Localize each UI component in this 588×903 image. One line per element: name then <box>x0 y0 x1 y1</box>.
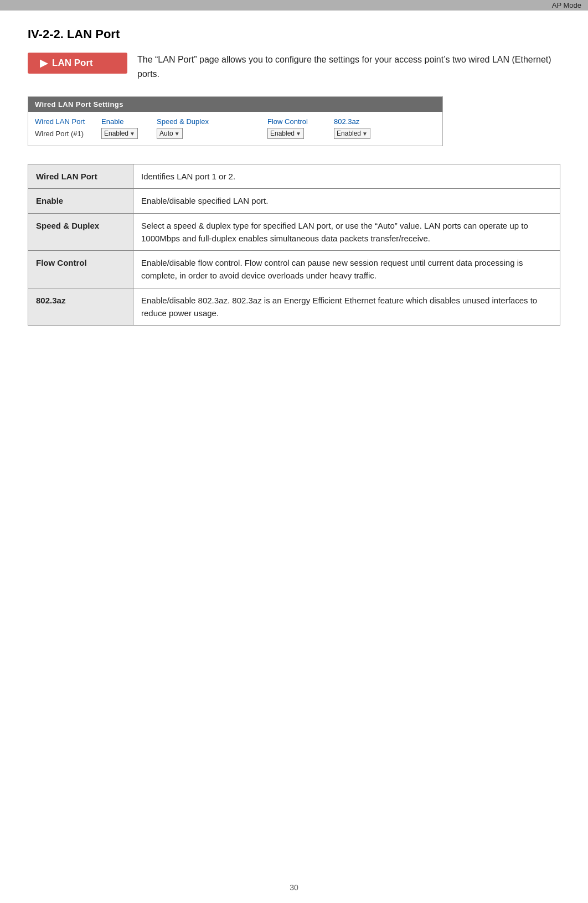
lan-port-badge: ▶ LAN Port <box>28 53 127 74</box>
table-row: 802.3azEnable/disable 802.3az. 802.3az i… <box>28 288 560 326</box>
table-definition: Enable/disable specified LAN port. <box>133 189 560 213</box>
intro-block: ▶ LAN Port The “LAN Port” page allows yo… <box>28 53 560 81</box>
settings-data-row: Wired Port (#1) Enabled ▼ Auto ▼ Enabled <box>35 128 436 139</box>
settings-header-flow: Flow Control <box>267 117 334 126</box>
table-row: Wired LAN PortIdentifies LAN port 1 or 2… <box>28 164 560 189</box>
page-footer: 30 <box>0 883 588 892</box>
settings-data-flow: Enabled ▼ <box>267 128 334 139</box>
enable-select-value: Enabled <box>104 130 128 137</box>
speed-select-arrow: ▼ <box>174 131 180 137</box>
settings-box: Wired LAN Port Settings Wired LAN Port E… <box>28 96 443 146</box>
settings-data-wired-lan: Wired Port (#1) <box>35 130 101 138</box>
lan-port-badge-icon: ▶ <box>40 57 48 69</box>
description-table: Wired LAN PortIdentifies LAN port 1 or 2… <box>28 164 560 326</box>
table-term: Flow Control <box>28 251 133 288</box>
settings-data-speed: Auto ▼ <box>157 128 267 139</box>
table-definition: Identifies LAN port 1 or 2. <box>133 164 560 189</box>
settings-table-wrap: Wired LAN Port Enable Speed & Duplex Flo… <box>28 112 442 146</box>
az-select[interactable]: Enabled ▼ <box>334 128 370 139</box>
az-select-arrow: ▼ <box>362 131 368 137</box>
table-term: Speed & Duplex <box>28 213 133 251</box>
enable-select-arrow: ▼ <box>130 131 135 137</box>
settings-header-az: 802.3az <box>334 117 384 126</box>
az-select-value: Enabled <box>337 130 361 137</box>
settings-header-wired-lan: Wired LAN Port <box>35 117 101 126</box>
table-row: Flow ControlEnable/disable flow control.… <box>28 251 560 288</box>
table-row: EnableEnable/disable specified LAN port. <box>28 189 560 213</box>
table-term: 802.3az <box>28 288 133 326</box>
enable-select[interactable]: Enabled ▼ <box>101 128 138 139</box>
page-content: IV-2-2. LAN Port ▶ LAN Port The “LAN Por… <box>0 11 588 359</box>
table-term: Wired LAN Port <box>28 164 133 189</box>
settings-box-title: Wired LAN Port Settings <box>28 97 442 112</box>
speed-select[interactable]: Auto ▼ <box>157 128 183 139</box>
settings-data-enable: Enabled ▼ <box>101 128 157 139</box>
settings-header-enable: Enable <box>101 117 157 126</box>
header-bar: AP Mode <box>0 0 588 11</box>
section-heading: IV-2-2. LAN Port <box>28 27 560 42</box>
settings-header-row: Wired LAN Port Enable Speed & Duplex Flo… <box>35 117 436 126</box>
speed-select-value: Auto <box>159 130 173 137</box>
table-definition: Select a speed & duplex type for specifi… <box>133 213 560 251</box>
settings-data-az: Enabled ▼ <box>334 128 384 139</box>
page-number: 30 <box>290 883 298 892</box>
header-label: AP Mode <box>552 1 581 9</box>
flow-select-arrow: ▼ <box>296 131 301 137</box>
lan-port-badge-label: LAN Port <box>52 58 93 69</box>
flow-select-value: Enabled <box>270 130 295 137</box>
flow-select[interactable]: Enabled ▼ <box>267 128 304 139</box>
table-row: Speed & DuplexSelect a speed & duplex ty… <box>28 213 560 251</box>
table-definition: Enable/disable flow control. Flow contro… <box>133 251 560 288</box>
intro-text: The “LAN Port” page allows you to config… <box>137 53 560 81</box>
table-term: Enable <box>28 189 133 213</box>
table-definition: Enable/disable 802.3az. 802.3az is an En… <box>133 288 560 326</box>
settings-header-speed: Speed & Duplex <box>157 117 267 126</box>
